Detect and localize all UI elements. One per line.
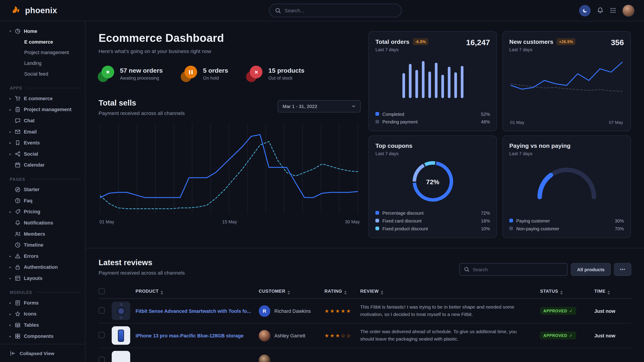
chevron-down-icon (352, 104, 356, 108)
caret-right-icon: ▸ (10, 254, 15, 258)
reviews-search-input[interactable] (472, 267, 562, 272)
product-image[interactable] (112, 302, 130, 320)
collapse-view-toggle[interactable]: Collapsed View (0, 344, 85, 362)
reviews-search[interactable] (459, 263, 568, 276)
more-options-button[interactable]: ⋯ (614, 263, 631, 276)
all-products-button[interactable]: All products (571, 263, 611, 276)
sidebar-subitem-landing[interactable]: Landing (0, 58, 85, 69)
brand-name: phoenix (25, 6, 57, 15)
sidebar-item-authentication[interactable]: ▸Authentication (0, 261, 85, 273)
theme-toggle-button[interactable] (579, 5, 590, 16)
caret-right-icon: ▸ (10, 334, 15, 338)
select-all-checkbox[interactable] (99, 288, 105, 295)
clipboard-icon (15, 106, 24, 112)
sidebar-item-email[interactable]: ▸Email (0, 126, 85, 137)
notifications-button[interactable] (597, 7, 604, 14)
sidebar-subitem-project-management[interactable]: Project management (0, 47, 85, 58)
sidebar-item-icons[interactable]: ▸Icons (0, 308, 85, 319)
total-sells-chart-svg (99, 123, 360, 216)
legend-label: Completed (382, 111, 404, 116)
card-subtitle: Last 7 days (509, 151, 570, 156)
sidebar-item-label: Social (24, 151, 38, 157)
legend-bullet (509, 227, 513, 230)
sidebar-item-project-management[interactable]: ▸Project management (0, 104, 85, 115)
row-checkbox[interactable] (99, 357, 105, 362)
sidebar-item-pricing[interactable]: ▸Pricing (0, 206, 85, 217)
sort-icon[interactable] (608, 291, 610, 295)
sidebar-item-label: E commerce (24, 95, 52, 101)
row-checkbox[interactable] (99, 307, 105, 314)
sort-icon[interactable] (381, 291, 383, 295)
product-image[interactable] (112, 326, 130, 345)
legend-label: Non-paying customer (516, 226, 559, 231)
column-review[interactable]: REVIEW (360, 289, 540, 295)
sidebar-item-members[interactable]: Members (0, 228, 85, 240)
sidebar-item-starter[interactable]: Starter (0, 184, 85, 195)
global-search[interactable] (269, 4, 402, 17)
legend: Paying customer30% Non-paying customer70… (509, 217, 624, 232)
product-image[interactable] (112, 351, 130, 362)
customer-name: Ashley Garrett (274, 333, 305, 339)
sidebar: ▾ Home E commerceProject managementLandi… (0, 21, 86, 362)
sidebar-item-tables[interactable]: ▸Tables (0, 319, 85, 331)
brand-logo[interactable]: phoenix (11, 5, 57, 16)
sidebar-item-calendar[interactable]: Calendar (0, 159, 85, 170)
apps-menu-button[interactable] (610, 7, 616, 14)
legend: Percentage discount72% Fixed card discou… (376, 209, 490, 232)
table-row (99, 348, 632, 362)
user-avatar[interactable] (622, 4, 634, 16)
moon-icon (582, 8, 588, 13)
column-time[interactable]: TIME (594, 289, 631, 295)
dashboard-top-section: Ecommerce Dashboard Here's what's going … (86, 21, 644, 248)
sidebar-item-notifications[interactable]: Notifications (0, 217, 85, 228)
sort-icon[interactable] (287, 291, 290, 295)
star-icon (15, 311, 24, 317)
sort-icon[interactable] (344, 291, 346, 295)
sidebar-item-label: Members (24, 231, 45, 237)
sidebar-item-social[interactable]: ▸Social (0, 148, 85, 159)
sidebar-item-chat[interactable]: Chat (0, 115, 85, 126)
sort-icon[interactable] (560, 291, 563, 295)
customer-avatar (259, 330, 270, 341)
sidebar-item-label: Events (24, 140, 40, 146)
sidebar-item-layouts[interactable]: ▸Layouts (0, 273, 85, 284)
page-title: Ecommerce Dashboard (99, 32, 361, 45)
legend-value: 30% (615, 218, 624, 223)
reviews-table-body: Fitbit Sense Advanced Smartwatch with To… (99, 299, 632, 362)
caret-right-icon: ▸ (10, 323, 15, 327)
search-input[interactable] (285, 7, 396, 13)
total-sells-title: Total sells (99, 99, 185, 107)
sidebar-item-faq[interactable]: Faq (0, 195, 85, 206)
sidebar-section-label-modules: MODULES (10, 290, 80, 295)
legend-bullet (509, 219, 513, 223)
status-check-icon: ✓ (569, 309, 573, 313)
change-badge: -6.8% (413, 38, 428, 45)
sidebar-item-events[interactable]: ▸Events (0, 137, 85, 148)
column-rating[interactable]: RATING (324, 289, 360, 295)
card-title: Top coupons (376, 142, 412, 149)
sort-icon[interactable] (161, 291, 163, 295)
sidebar-item-home[interactable]: ▾ Home (0, 25, 85, 37)
navbar-brand-area: phoenix (0, 5, 86, 16)
caret-right-icon: ▸ (10, 210, 15, 214)
column-customer[interactable]: CUSTOMER (259, 289, 324, 295)
product-link[interactable]: iPhone 13 pro max-Pacific Blue-128GB sto… (136, 333, 259, 339)
sidebar-item-errors[interactable]: ▸Errors (0, 250, 85, 262)
column-product[interactable]: PRODUCT (136, 289, 259, 295)
sidebar-section-label-apps: APPS (10, 86, 80, 90)
row-checkbox[interactable] (99, 332, 105, 338)
column-status[interactable]: STATUS (540, 289, 594, 295)
sidebar-subitem-social-feed[interactable]: Social feed (0, 69, 85, 79)
sidebar-item-e-commerce[interactable]: ▸E commerce (0, 93, 85, 104)
new-customers-card: New customers +26.5% Last 7 days 356 01 … (502, 31, 631, 131)
sidebar-item-timeline[interactable]: Timeline (0, 239, 85, 250)
sidebar-subitem-e-commerce[interactable]: E commerce (0, 36, 85, 47)
sidebar-item-components[interactable]: ▸Components (0, 331, 85, 342)
product-link[interactable]: Fitbit Sense Advanced Smartwatch with To… (136, 308, 259, 314)
cart-icon (15, 95, 24, 101)
sidebar-item-label: Starter (24, 186, 40, 192)
sidebar-item-forms[interactable]: ▸Forms (0, 297, 85, 308)
date-range-select[interactable]: Mar 1 - 31, 2022 (278, 100, 361, 112)
review-time: Just now (594, 308, 631, 314)
rating-stars: ★★★★★ (324, 308, 360, 314)
